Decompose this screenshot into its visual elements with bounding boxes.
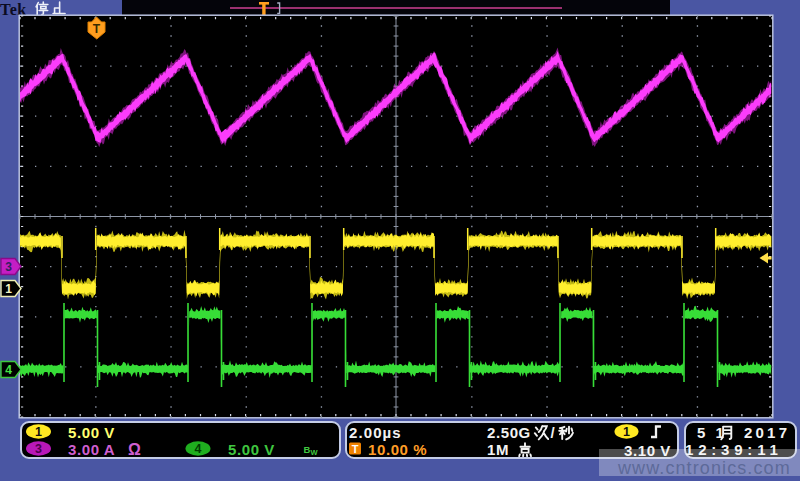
svg-text:1: 1 bbox=[35, 425, 42, 439]
svg-text:4: 4 bbox=[195, 442, 202, 456]
svg-text:3: 3 bbox=[35, 442, 42, 456]
svg-text:1: 1 bbox=[623, 425, 630, 439]
svg-text:T: T bbox=[352, 443, 359, 455]
